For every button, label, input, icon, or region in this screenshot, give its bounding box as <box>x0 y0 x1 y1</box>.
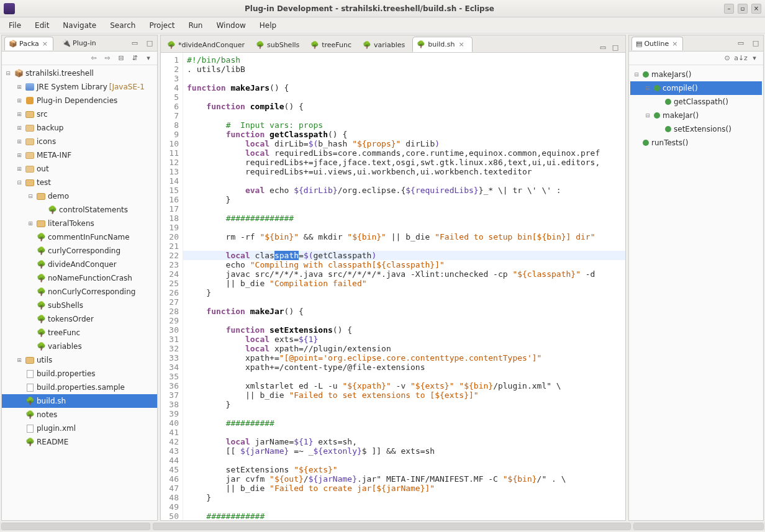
back-button[interactable]: ⇦ <box>89 53 99 63</box>
menu-help[interactable]: Help <box>253 19 283 32</box>
code-line-43[interactable]: [[ ${jarName} =~ _${extonly}$ ]] && exts… <box>187 446 625 456</box>
tree-item-curlycorresponding[interactable]: curlyCorresponding <box>2 244 157 258</box>
tree-item-meta-inf[interactable]: ⊞META-INF <box>2 148 157 162</box>
editor-tab--divideandconquer[interactable]: *divideAndConquer <box>163 38 251 52</box>
editor[interactable]: 1234567891011121314151617181920212223242… <box>161 53 625 520</box>
code-line-42[interactable]: local jarName=${1} exts=sh, <box>187 437 625 446</box>
menu-run[interactable]: Run <box>182 19 209 32</box>
view-menu-button[interactable]: ▾ <box>143 53 153 63</box>
code-line-23[interactable]: echo "Compiling with classpath[${classpa… <box>187 260 625 269</box>
code-line-11[interactable]: local requiredLibs=core.commands,core.ru… <box>187 148 625 158</box>
code-line-30[interactable]: function setExtensions() { <box>187 325 625 335</box>
code-line-47[interactable]: || b_die "Failed to create jar[${jarName… <box>187 484 625 493</box>
project-tree[interactable]: ⊟📦strahilski.treeshell⊞JRE System Librar… <box>2 65 157 520</box>
editor-tab-variables[interactable]: variables <box>359 38 411 52</box>
menu-navigate[interactable]: Navigate <box>57 19 102 32</box>
code-line-29[interactable] <box>187 316 625 325</box>
code-line-48[interactable]: } <box>187 493 625 502</box>
code-line-20[interactable]: rm -rf "${bin}" && mkdir "${bin}" || b_d… <box>187 232 625 241</box>
code-line-1[interactable]: #!/bin/bash <box>187 55 625 65</box>
code-line-32[interactable]: local xpath=//plugin/extension <box>187 344 625 353</box>
sort-button[interactable]: a↓z <box>736 53 746 63</box>
minimize-button[interactable]: – <box>724 4 734 14</box>
outline-item-getclasspath--[interactable]: getClasspath() <box>630 95 762 109</box>
tab-package-explorer[interactable]: 📦 Packa × <box>4 37 53 50</box>
code-line-2[interactable]: . utils/libB <box>187 65 625 74</box>
tree-item-build-properties[interactable]: build.properties <box>2 367 157 381</box>
tree-item-variables[interactable]: variables <box>2 340 157 353</box>
code-line-26[interactable]: } <box>187 288 625 297</box>
code-line-40[interactable]: ########## <box>187 418 625 428</box>
menu-file[interactable]: File <box>2 19 27 32</box>
code-line-41[interactable] <box>187 428 625 437</box>
code-line-7[interactable] <box>187 111 625 120</box>
maximize-view-button[interactable]: □ <box>145 38 155 48</box>
minimize-view-button[interactable]: ▭ <box>736 38 746 48</box>
tab-plugin[interactable]: 🔌 Plug-in <box>58 37 100 50</box>
code-line-19[interactable] <box>187 223 625 232</box>
tree-item-subshells[interactable]: subShells <box>2 299 157 312</box>
code-line-16[interactable]: } <box>187 195 625 204</box>
code-line-44[interactable] <box>187 456 625 465</box>
editor-tab-treefunc[interactable]: treeFunc <box>307 38 358 52</box>
code-line-31[interactable]: local exts=${1} <box>187 335 625 344</box>
tree-item-backup[interactable]: ⊞backup <box>2 121 157 135</box>
menu-edit[interactable]: Edit <box>29 19 55 32</box>
code-line-50[interactable]: ############ <box>187 512 625 520</box>
menu-project[interactable]: Project <box>143 19 181 32</box>
code-line-5[interactable] <box>187 92 625 102</box>
tree-item-tokensorder[interactable]: tokensOrder <box>2 312 157 326</box>
code-line-36[interactable]: xmlstarlet ed -L -u "${xpath}" -v "${ext… <box>187 381 625 390</box>
tree-item-build-sh[interactable]: build.sh <box>2 394 157 408</box>
tree-item-utils[interactable]: ⊞utils <box>2 353 157 367</box>
close-icon[interactable]: × <box>671 40 679 48</box>
maximize-button[interactable]: ▫ <box>738 4 748 14</box>
code-line-18[interactable]: ############## <box>187 214 625 223</box>
link-editor-button[interactable]: ⇵ <box>130 53 140 63</box>
close-icon[interactable]: × <box>41 40 49 48</box>
close-button[interactable]: × <box>751 4 761 14</box>
collapse-all-button[interactable]: ⊟ <box>116 53 126 63</box>
code-line-38[interactable]: } <box>187 400 625 409</box>
tree-item-plug-in-dependencies[interactable]: ⊞Plug-in Dependencies <box>2 94 157 107</box>
tree-item-treefunc[interactable]: treeFunc <box>2 326 157 340</box>
code-line-4[interactable]: function makeJars() { <box>187 83 625 92</box>
tree-item-readme[interactable]: README <box>2 435 157 449</box>
code-line-14[interactable] <box>187 176 625 186</box>
code-line-9[interactable]: function getClasspath() { <box>187 130 625 139</box>
code-line-17[interactable] <box>187 204 625 214</box>
outline-item-setextensions--[interactable]: setExtensions() <box>630 122 762 136</box>
code-line-35[interactable] <box>187 372 625 381</box>
editor-tab-subshells[interactable]: subShells <box>252 38 306 52</box>
outline-item-compile--[interactable]: ⊟compile() <box>630 81 762 95</box>
tree-item-controlstatements[interactable]: controlStatements <box>2 203 157 217</box>
tree-item-src[interactable]: ⊞src <box>2 107 157 121</box>
tree-item-build-properties-sample[interactable]: build.properties.sample <box>2 381 157 394</box>
outline-item-makejars--[interactable]: ⊟makeJars() <box>630 68 762 81</box>
code-line-49[interactable] <box>187 502 625 512</box>
maximize-editor-button[interactable]: □ <box>610 42 620 52</box>
tree-item-jre-system-library[interactable]: ⊞JRE System Library [JavaSE-1 <box>2 80 157 94</box>
code-line-10[interactable]: local dirLib=$(b_hash "${props}" dirLib) <box>187 139 625 148</box>
code-line-25[interactable]: || b_die "Compilation failed" <box>187 279 625 288</box>
tree-item-nonamefunctioncrash[interactable]: noNameFunctionCrash <box>2 271 157 285</box>
hide-button[interactable]: ▾ <box>749 53 759 63</box>
minimize-view-button[interactable]: ▭ <box>130 38 140 48</box>
tree-item-literaltokens[interactable]: ⊞literalTokens <box>2 217 157 230</box>
code-line-45[interactable]: setExtensions "${exts}" <box>187 465 625 474</box>
code-line-28[interactable]: function makeJar() { <box>187 307 625 316</box>
minimize-editor-button[interactable]: ▭ <box>598 42 608 52</box>
code-line-39[interactable] <box>187 409 625 418</box>
outline-item-runtests--[interactable]: runTests() <box>630 136 762 150</box>
code-line-33[interactable]: xpath+="[@point='org.eclipse.core.conten… <box>187 353 625 363</box>
code-line-21[interactable] <box>187 241 625 251</box>
tree-item-icons[interactable]: ⊞icons <box>2 135 157 148</box>
menu-window[interactable]: Window <box>210 19 251 32</box>
tree-item-out[interactable]: ⊞out <box>2 162 157 176</box>
focus-button[interactable]: ⊙ <box>722 53 732 63</box>
code-line-12[interactable]: requiredLibs+=jface,jface.text,osgi,swt.… <box>187 158 625 167</box>
tree-item-noncurlycorresponding[interactable]: nonCurlyCorresponding <box>2 285 157 299</box>
editor-tab-build-sh[interactable]: build.sh× <box>412 37 472 52</box>
code-line-6[interactable]: function compile() { <box>187 102 625 111</box>
outline-tree[interactable]: ⊟makeJars()⊟compile()getClasspath()⊟make… <box>629 65 763 520</box>
